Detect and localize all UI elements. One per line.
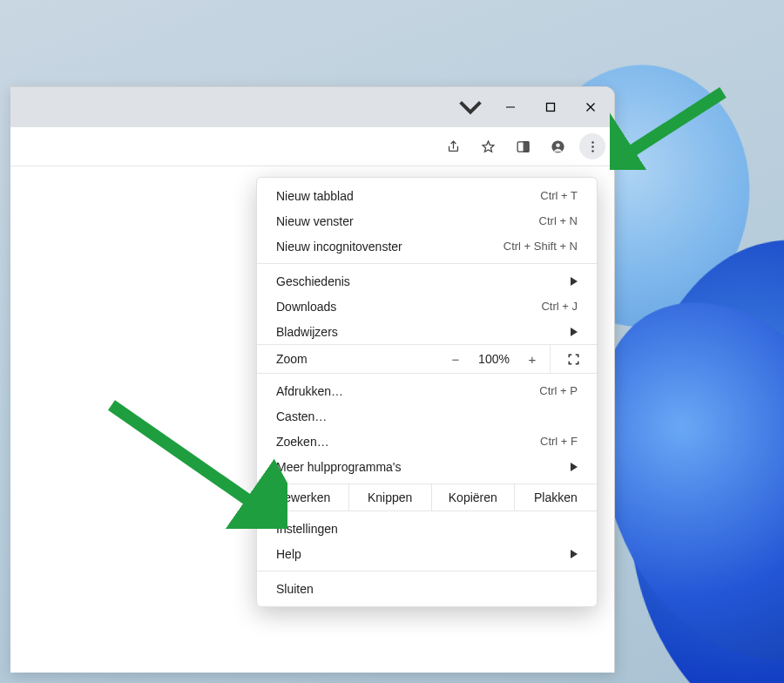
menu-item-print[interactable]: Afdrukken… Ctrl + P <box>257 378 597 403</box>
menu-separator <box>257 263 597 264</box>
svg-marker-13 <box>571 328 578 336</box>
more-menu-button[interactable] <box>579 133 605 159</box>
window-maximize-button[interactable] <box>531 91 571 124</box>
menu-item-settings[interactable]: Instellingen <box>257 516 597 541</box>
zoom-out-button[interactable]: − <box>438 345 473 373</box>
menu-label: Geschiedenis <box>276 274 571 288</box>
menu-label: Nieuw tabblad <box>276 189 540 203</box>
submenu-arrow-icon <box>571 547 578 561</box>
chrome-main-menu: Nieuw tabblad Ctrl + T Nieuw venster Ctr… <box>256 177 598 607</box>
submenu-arrow-icon <box>571 460 578 474</box>
submenu-arrow-icon <box>571 274 578 288</box>
edit-label: Bewerken <box>257 484 348 511</box>
svg-point-11 <box>591 150 594 152</box>
side-panel-icon[interactable] <box>510 133 536 159</box>
menu-item-bookmarks[interactable]: Bladwijzers <box>257 319 597 344</box>
menu-item-new-tab[interactable]: Nieuw tabblad Ctrl + T <box>257 183 597 208</box>
menu-item-new-window[interactable]: Nieuw venster Ctrl + N <box>257 208 597 233</box>
svg-line-16 <box>625 92 723 155</box>
zoom-label: Zoom <box>276 352 438 366</box>
menu-item-exit[interactable]: Sluiten <box>257 576 597 601</box>
menu-label: Meer hulpprogramma's <box>276 460 571 474</box>
menu-zoom-row: Zoom − 100% + <box>257 344 597 374</box>
menu-label: Bladwijzers <box>276 325 571 339</box>
menu-shortcut: Ctrl + J <box>541 300 578 313</box>
menu-item-find[interactable]: Zoeken… Ctrl + F <box>257 429 597 454</box>
tabs-dropdown-button[interactable] <box>456 94 485 120</box>
fullscreen-button[interactable] <box>550 345 597 373</box>
menu-shortcut: Ctrl + P <box>539 384 578 397</box>
menu-label: Afdrukken… <box>276 384 539 398</box>
star-icon[interactable] <box>475 133 501 159</box>
share-icon[interactable] <box>440 133 466 159</box>
svg-point-10 <box>591 145 594 148</box>
menu-edit-row: Bewerken Knippen Kopiëren Plakken <box>257 484 597 511</box>
menu-shortcut: Ctrl + T <box>540 189 578 202</box>
svg-marker-15 <box>571 550 578 558</box>
svg-point-9 <box>591 141 594 144</box>
menu-shortcut: Ctrl + F <box>540 435 578 448</box>
copy-button[interactable]: Kopiëren <box>431 484 514 511</box>
zoom-value: 100% <box>473 352 515 366</box>
window-minimize-button[interactable] <box>490 91 531 124</box>
menu-separator <box>257 571 597 571</box>
menu-item-downloads[interactable]: Downloads Ctrl + J <box>257 294 597 319</box>
menu-label: Downloads <box>276 300 541 314</box>
menu-item-help[interactable]: Help <box>257 541 597 566</box>
tab-strip <box>10 87 614 127</box>
svg-marker-12 <box>571 277 578 286</box>
menu-label: Casten… <box>276 409 578 423</box>
svg-marker-14 <box>571 463 578 471</box>
menu-shortcut: Ctrl + Shift + N <box>504 240 578 253</box>
menu-label: Zoeken… <box>276 435 540 449</box>
menu-item-history[interactable]: Geschiedenis <box>257 268 597 294</box>
menu-shortcut: Ctrl + N <box>539 214 578 227</box>
svg-rect-1 <box>547 104 555 112</box>
cut-button[interactable]: Knippen <box>348 484 431 511</box>
zoom-in-button[interactable]: + <box>515 345 550 373</box>
svg-marker-4 <box>483 141 494 152</box>
menu-label: Sluiten <box>276 582 578 596</box>
toolbar <box>10 127 614 166</box>
profile-icon[interactable] <box>544 133 571 159</box>
window-close-button[interactable] <box>571 91 611 124</box>
menu-label: Nieuw venster <box>276 214 539 228</box>
menu-label: Instellingen <box>276 522 578 536</box>
submenu-arrow-icon <box>571 325 578 339</box>
annotation-arrow-more-button <box>610 87 732 170</box>
svg-rect-6 <box>524 141 529 151</box>
menu-label: Nieuw incognitovenster <box>276 240 504 254</box>
menu-item-cast[interactable]: Casten… <box>257 403 597 429</box>
menu-item-new-incognito[interactable]: Nieuw incognitovenster Ctrl + Shift + N <box>257 233 597 259</box>
svg-point-8 <box>556 143 560 147</box>
menu-item-more-tools[interactable]: Meer hulpprogramma's <box>257 454 597 479</box>
paste-button[interactable]: Plakken <box>514 484 597 511</box>
menu-label: Help <box>276 547 571 561</box>
